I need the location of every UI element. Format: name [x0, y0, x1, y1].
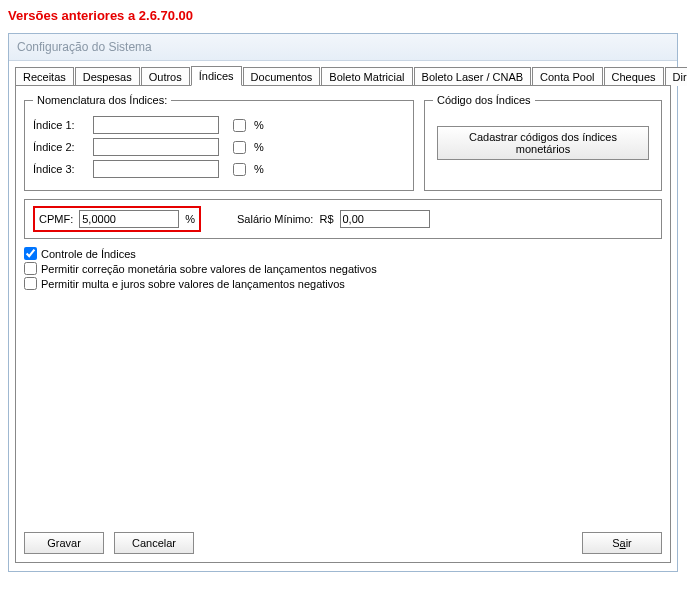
nomenclatura-group: Nomenclatura dos Índices: Índice 1: % Ín… — [24, 94, 414, 191]
codigo-group: Código dos Índices Cadastrar códigos dos… — [424, 94, 662, 191]
cpmf-suffix: % — [185, 213, 195, 225]
window-title: Configuração do Sistema — [9, 34, 677, 61]
tab-indices[interactable]: Índices — [191, 66, 242, 86]
cpmf-salario-group: CPMF: % Salário Mínimo: R$ — [24, 199, 662, 239]
tab-strip: Receitas Despesas Outros Índices Documen… — [15, 66, 671, 86]
indice-row-2: Índice 2: % — [33, 138, 405, 156]
tab-receitas[interactable]: Receitas — [15, 67, 74, 86]
tab-boleto-laser-cnab[interactable]: Boleto Laser / CNAB — [414, 67, 532, 86]
indice-2-pct-label: % — [254, 141, 264, 153]
salario-minimo-input[interactable] — [340, 210, 430, 228]
tab-despesas[interactable]: Despesas — [75, 67, 140, 86]
tab-outros[interactable]: Outros — [141, 67, 190, 86]
sair-button[interactable]: Sair — [582, 532, 662, 554]
indice-2-pct-checkbox[interactable] — [233, 141, 246, 154]
tab-cheques[interactable]: Cheques — [604, 67, 664, 86]
indice-3-pct-checkbox[interactable] — [233, 163, 246, 176]
controle-indices-option[interactable]: Controle de Índices — [24, 247, 662, 260]
cpmf-highlight: CPMF: % — [33, 206, 201, 232]
indice-1-input[interactable] — [93, 116, 219, 134]
permitir-multa-label: Permitir multa e juros sobre valores de … — [41, 278, 345, 290]
footer-buttons: Gravar Cancelar Sair — [24, 532, 662, 554]
config-window: Configuração do Sistema Receitas Despesa… — [8, 33, 678, 572]
gravar-button[interactable]: Gravar — [24, 532, 104, 554]
options-block: Controle de Índices Permitir correção mo… — [24, 247, 662, 290]
permitir-correcao-option[interactable]: Permitir correção monetária sobre valore… — [24, 262, 662, 275]
cancelar-button[interactable]: Cancelar — [114, 532, 194, 554]
indice-3-label: Índice 3: — [33, 163, 87, 175]
tab-boleto-matricial[interactable]: Boleto Matricial — [321, 67, 412, 86]
indice-1-pct-label: % — [254, 119, 264, 131]
permitir-correcao-checkbox[interactable] — [24, 262, 37, 275]
permitir-multa-option[interactable]: Permitir multa e juros sobre valores de … — [24, 277, 662, 290]
cadastrar-codigos-button[interactable]: Cadastrar códigos dos índices monetários — [437, 126, 649, 160]
indice-row-1: Índice 1: % — [33, 116, 405, 134]
controle-indices-label: Controle de Índices — [41, 248, 136, 260]
indice-1-label: Índice 1: — [33, 119, 87, 131]
indice-3-input[interactable] — [93, 160, 219, 178]
cpmf-input[interactable] — [79, 210, 179, 228]
indice-2-label: Índice 2: — [33, 141, 87, 153]
indice-1-pct-checkbox[interactable] — [233, 119, 246, 132]
salario-minimo-label: Salário Mínimo: — [237, 213, 313, 225]
salario-minimo-currency: R$ — [319, 213, 333, 225]
permitir-correcao-label: Permitir correção monetária sobre valore… — [41, 263, 377, 275]
cpmf-label: CPMF: — [39, 213, 73, 225]
indice-3-pct-label: % — [254, 163, 264, 175]
version-header: Versões anteriores a 2.6.70.00 — [8, 8, 679, 23]
controle-indices-checkbox[interactable] — [24, 247, 37, 260]
nomenclatura-legend: Nomenclatura dos Índices: — [33, 94, 171, 106]
tab-documentos[interactable]: Documentos — [243, 67, 321, 86]
indice-row-3: Índice 3: % — [33, 160, 405, 178]
tab-conta-pool[interactable]: Conta Pool — [532, 67, 602, 86]
indice-2-input[interactable] — [93, 138, 219, 156]
client-area: Receitas Despesas Outros Índices Documen… — [9, 61, 677, 571]
codigo-legend: Código dos Índices — [433, 94, 535, 106]
permitir-multa-checkbox[interactable] — [24, 277, 37, 290]
tab-panel-indices: Nomenclatura dos Índices: Índice 1: % Ín… — [15, 85, 671, 563]
tab-diretorios[interactable]: Diretórios — [665, 67, 687, 86]
